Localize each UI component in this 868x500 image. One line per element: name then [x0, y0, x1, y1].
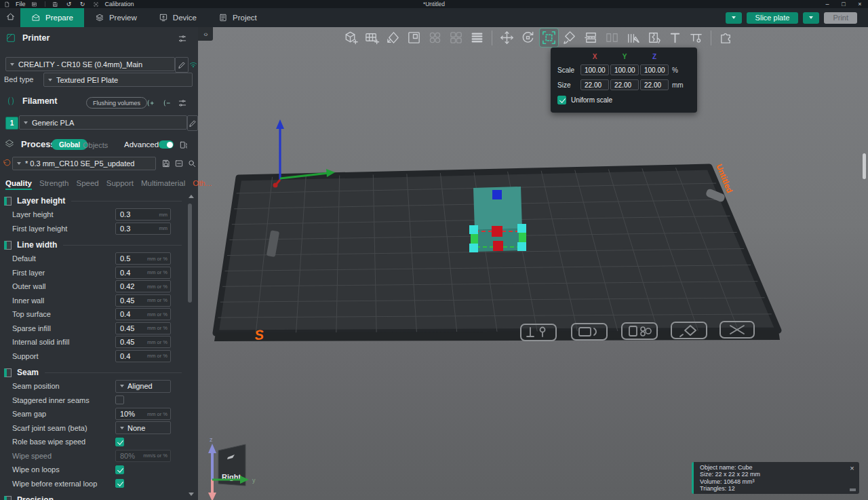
setting-input[interactable]: 0.3mm — [115, 208, 171, 220]
scale-input[interactable]: 100.00 — [580, 64, 609, 75]
maximize-button[interactable]: □ — [835, 0, 852, 8]
printer-settings-icon[interactable] — [176, 33, 189, 45]
size-input[interactable]: 22.00 — [610, 79, 639, 90]
add-filament-icon[interactable] — [144, 97, 156, 109]
sidebar-scrollbar-thumb[interactable] — [188, 204, 192, 303]
bed-type-select[interactable]: Textured PEI Plate — [43, 73, 193, 87]
slice-plate-button[interactable]: Slice plate — [747, 12, 799, 24]
filament-preset-select[interactable]: Generic PLA — [19, 115, 187, 130]
reset-preset-icon[interactable] — [1, 157, 13, 170]
gizmo-center-handle[interactable] — [492, 226, 502, 237]
gizmo-corner-handle[interactable] — [469, 225, 478, 234]
scale-input[interactable]: 100.00 — [610, 64, 639, 75]
scroll-down-icon[interactable] — [189, 493, 194, 496]
process-tab-strength[interactable]: Strength — [39, 179, 68, 190]
info-resize-handle[interactable] — [850, 488, 856, 491]
gizmo-front-handle[interactable] — [493, 241, 503, 251]
tab-prepare[interactable]: Prepare — [20, 8, 84, 27]
new-file-icon[interactable] — [2, 1, 12, 8]
process-scope-objects[interactable]: Objects — [83, 141, 108, 149]
info-close-icon[interactable]: × — [848, 465, 856, 472]
viewport-3d[interactable]: ‹› Untitled S — [198, 27, 868, 500]
tab-preview[interactable]: Preview — [84, 8, 148, 27]
setting-input[interactable]: 0.45mm or % — [115, 322, 171, 334]
model-cube[interactable] — [469, 187, 526, 252]
printer-preset-select[interactable]: CREALITY - CR10 SE (0.4mm)_Main — [5, 57, 175, 71]
setting-checkbox[interactable] — [115, 465, 124, 474]
print-button[interactable]: Print — [824, 12, 857, 24]
print-options-dropdown[interactable] — [803, 12, 819, 24]
setting-input[interactable]: 0.4mm or % — [115, 267, 171, 279]
setting-input[interactable]: 0.4mm or % — [115, 308, 171, 320]
process-preset-select[interactable]: * 0.3 mm_CR10 SE_P5_updated — [12, 157, 156, 170]
process-tab-speed[interactable]: Speed — [76, 179, 98, 190]
gizmo-side-handle[interactable] — [471, 234, 478, 244]
scroll-up-icon[interactable] — [189, 195, 194, 198]
uniform-scale-checkbox[interactable] — [557, 96, 566, 104]
setting-input[interactable]: 0.45mm or % — [115, 336, 171, 348]
wifi-icon[interactable] — [187, 58, 199, 71]
gizmo-corner-handle[interactable] — [469, 244, 478, 252]
copy-config-icon[interactable] — [178, 139, 190, 151]
tab-project[interactable]: Project — [208, 8, 268, 27]
settings-group-header[interactable]: Layer height — [4, 194, 182, 208]
setting-input[interactable]: 0.3mm — [115, 223, 171, 235]
setting-checkbox[interactable] — [115, 438, 124, 446]
nav-axis-z-label: z — [210, 436, 213, 443]
process-tab-support[interactable]: Support — [106, 179, 134, 190]
gizmo-side-handle[interactable] — [519, 233, 526, 242]
save-preset-icon[interactable] — [160, 157, 172, 170]
orientation-navigator[interactable]: Right z y — [208, 436, 256, 500]
process-tab-multimaterial[interactable]: Multimaterial — [141, 179, 185, 190]
search-settings-icon[interactable] — [186, 157, 198, 170]
process-tabs: QualityStrengthSpeedSupportMultimaterial… — [5, 176, 212, 190]
save-icon[interactable] — [51, 1, 60, 8]
remove-filament-icon[interactable] — [160, 97, 172, 109]
setting-row: First layer0.4mm or % — [0, 266, 187, 280]
process-tab-quality[interactable]: Quality — [5, 179, 32, 190]
setting-input[interactable]: 10%mm or % — [115, 408, 171, 420]
collapse-all-icon[interactable] — [173, 157, 185, 170]
slice-options-dropdown[interactable] — [726, 12, 742, 24]
size-input[interactable]: 22.00 — [640, 79, 669, 90]
calibration-icon[interactable] — [92, 1, 101, 8]
calibration-menu[interactable]: Calibration — [105, 1, 134, 7]
setting-select[interactable]: None — [115, 421, 171, 434]
sidebar: Printer CREALITY - CR10 SE (0.4mm)_Main … — [0, 27, 198, 500]
close-button[interactable]: × — [852, 0, 868, 8]
process-tab-oth[interactable]: Oth... — [193, 179, 212, 190]
settings-group-header[interactable]: Line width — [4, 238, 182, 252]
settings-group-header[interactable]: Precision — [4, 493, 182, 500]
setting-input[interactable]: 0.4mm or % — [115, 350, 171, 362]
home-button[interactable] — [0, 8, 20, 27]
scale-input[interactable]: 100.00 — [640, 64, 669, 75]
minimize-button[interactable]: – — [819, 0, 835, 8]
size-input[interactable]: 22.00 — [580, 79, 609, 90]
setting-input[interactable]: 0.42mm or % — [115, 280, 171, 292]
settings-group-header[interactable]: Seam — [4, 366, 182, 379]
tab-device[interactable]: Device — [148, 8, 208, 27]
edit-filament-icon[interactable] — [187, 115, 198, 131]
group-title: Precision — [17, 495, 54, 500]
menu-list-icon[interactable] — [30, 1, 39, 8]
setting-input[interactable]: 0.5mm or % — [115, 252, 171, 265]
redo-icon[interactable]: ↻ — [78, 1, 87, 8]
setting-checkbox[interactable] — [115, 396, 124, 404]
filament-settings-icon[interactable] — [176, 97, 189, 109]
setting-select[interactable]: Aligned — [115, 380, 171, 393]
filament-slot-badge[interactable]: 1 — [5, 117, 18, 130]
gizmo-corner-handle[interactable] — [517, 224, 526, 233]
advanced-toggle[interactable] — [159, 140, 174, 149]
setting-input[interactable]: 80%mm/s or % — [115, 450, 171, 462]
viewport-scrollbar[interactable] — [863, 153, 866, 179]
flushing-volumes-button[interactable]: Flushing volumes — [86, 97, 147, 109]
setting-label: Wipe on loops — [12, 465, 60, 474]
gizmo-corner-handle[interactable] — [517, 242, 526, 251]
setting-input[interactable]: 0.45mm or % — [115, 294, 171, 307]
gizmo-z-handle[interactable] — [492, 190, 502, 199]
undo-icon[interactable]: ↺ — [64, 1, 74, 8]
scale-row-label: Scale — [557, 66, 580, 74]
edit-printer-icon[interactable] — [175, 57, 189, 73]
file-menu[interactable]: File — [16, 1, 26, 7]
setting-checkbox[interactable] — [115, 479, 124, 488]
